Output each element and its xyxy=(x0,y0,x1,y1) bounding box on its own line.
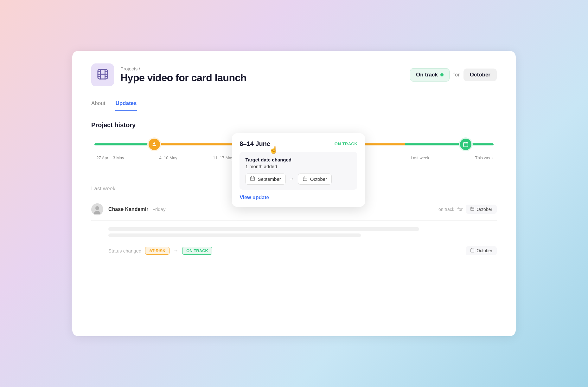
tab-updates[interactable]: Updates xyxy=(115,98,137,111)
tooltip-status: ON TRACK xyxy=(335,141,358,146)
status-label: On track xyxy=(416,72,438,78)
status-changed-label: Status changed xyxy=(108,248,141,253)
status-arrow: → xyxy=(173,248,178,253)
header-left: Projects / Hype video for card launch xyxy=(91,63,246,86)
tag-at-risk: AT RISK xyxy=(145,247,169,255)
month-tag-2: October xyxy=(466,246,497,255)
tooltip-to-date: October xyxy=(298,174,332,185)
calendar-icon-month2 xyxy=(470,248,475,253)
tooltip-from-month: September xyxy=(258,176,281,182)
tooltip-change-title: Target date changed xyxy=(245,157,352,162)
arrow-icon: → xyxy=(289,176,295,182)
project-title: Hype video for card launch xyxy=(120,72,246,84)
month-tag-label-1: October xyxy=(476,207,492,212)
on-track-mini-label: on track xyxy=(438,207,454,212)
calendar-icon-month1 xyxy=(470,207,475,212)
tooltip-popup: 8–14 June ON TRACK Target date changed 1… xyxy=(232,133,365,207)
tooltip-header: 8–14 June ON TRACK xyxy=(240,140,357,148)
header-title-group: Projects / Hype video for card launch xyxy=(120,66,246,84)
svg-rect-20 xyxy=(471,207,474,211)
calendar-icon-from xyxy=(250,176,255,182)
timeline-container: ☝ 27 Apr – 3 May 4–10 May 11–17 May Last… xyxy=(91,136,497,160)
breadcrumb: Projects / xyxy=(120,66,246,71)
tabs-container: About Updates xyxy=(91,98,497,111)
update-time: Friday xyxy=(152,207,166,212)
main-card: Projects / Hype video for card launch On… xyxy=(72,51,516,336)
tooltip-date-range: 8–14 June xyxy=(240,140,270,148)
header-month-badge: October xyxy=(463,69,497,81)
project-icon-container xyxy=(91,63,114,86)
timeline-label-8: This week xyxy=(468,155,494,160)
timeline-node-1[interactable] xyxy=(149,139,160,150)
svg-point-18 xyxy=(95,206,99,210)
header-right: On track for October xyxy=(410,68,497,82)
calendar-icon-to xyxy=(303,176,308,182)
status-badge: On track xyxy=(410,68,450,82)
content-line-1 xyxy=(108,227,419,231)
view-update-link[interactable]: View update xyxy=(240,195,269,200)
content-line-2 xyxy=(108,233,361,237)
svg-rect-6 xyxy=(463,142,468,147)
month-tag-label-2: October xyxy=(476,248,492,253)
tooltip-date-change: September → xyxy=(245,174,352,185)
svg-point-1 xyxy=(153,142,155,144)
tooltip-to-month: October xyxy=(310,176,327,182)
header: Projects / Hype video for card launch On… xyxy=(91,63,497,86)
svg-rect-14 xyxy=(303,177,307,180)
for-label: for xyxy=(453,72,460,78)
update-author-name: Chase Kandemir xyxy=(108,207,148,212)
svg-rect-10 xyxy=(251,177,254,180)
tooltip-from-date: September xyxy=(245,174,285,185)
project-history-title: Project history xyxy=(91,121,497,129)
timeline-label-7: Last week xyxy=(411,155,439,160)
update-author-group: Chase Kandemir Friday xyxy=(108,207,165,212)
month-tag-1: October xyxy=(466,205,497,214)
timeline-label-2: 4–10 May xyxy=(156,155,181,160)
tooltip-change-sub: 1 month added xyxy=(245,164,352,169)
project-history-section: Project history xyxy=(91,121,497,160)
tab-about[interactable]: About xyxy=(91,98,105,111)
timeline-node-3[interactable] xyxy=(460,139,471,150)
tag-on-track: ON TRACK xyxy=(182,247,212,255)
film-icon xyxy=(97,69,108,81)
avatar-chase xyxy=(91,203,103,215)
svg-rect-24 xyxy=(471,249,474,252)
status-dot xyxy=(440,73,444,76)
svg-point-19 xyxy=(94,211,100,214)
tooltip-content-box: Target date changed 1 month added xyxy=(240,152,357,190)
for-label-inline: for xyxy=(457,207,463,212)
timeline-label-1: 27 Apr – 3 May xyxy=(94,155,126,160)
